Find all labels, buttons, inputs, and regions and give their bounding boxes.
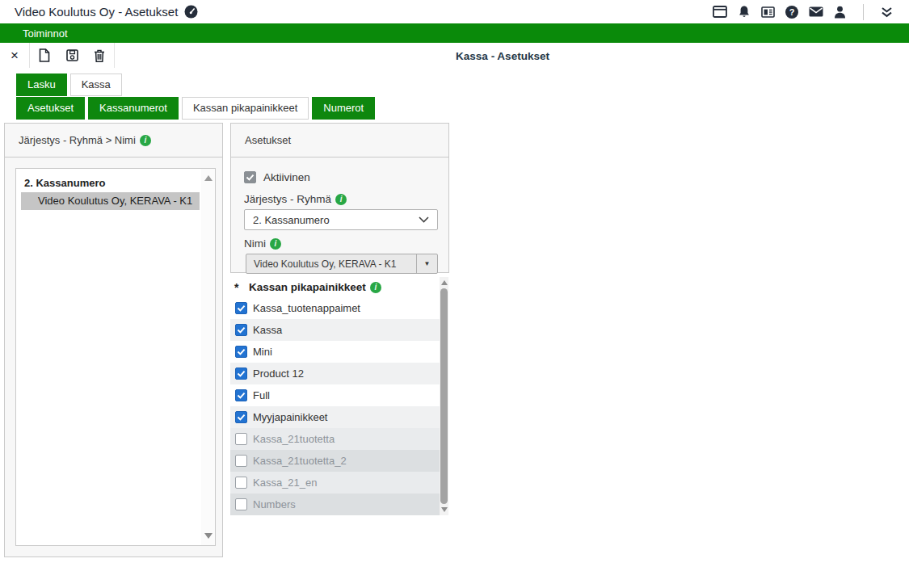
quick-button-row[interactable]: Kassa_21tuotetta <box>230 428 440 450</box>
menu-toiminnot[interactable]: Toiminnot <box>23 27 68 40</box>
group-select-label: Järjestys - Ryhmä <box>244 193 331 205</box>
name-combo-label: Nimi <box>244 237 266 250</box>
quick-button-row[interactable]: Kassa_21tuotetta_2 <box>230 450 440 472</box>
topbar-divider <box>863 4 864 20</box>
quick-button-row[interactable]: Mini <box>230 341 440 363</box>
row-label: Numbers <box>253 498 296 510</box>
name-combo[interactable]: Video Koulutus Oy, KERAVA - K1 ▼ <box>246 254 438 274</box>
tab-asetukset[interactable]: Asetukset <box>16 97 85 120</box>
row-checkbox[interactable] <box>235 411 247 423</box>
row-label: Kassa_21_en <box>253 477 318 489</box>
group-tree-header-label: Järjestys - Ryhmä > Nimi <box>19 134 136 146</box>
group-tree-panel: Järjestys - Ryhmä > Nimi i 2. Kassanumer… <box>4 123 223 557</box>
tab-kassanumerot[interactable]: Kassanumerot <box>88 97 179 120</box>
name-combo-label-row: Nimi i <box>244 237 438 250</box>
quick-button-row[interactable]: Myyjapainikkeet <box>230 406 440 428</box>
row-checkbox[interactable] <box>235 455 247 467</box>
active-checkbox-label: Aktiivinen <box>263 171 310 183</box>
quick-buttons-list: * Kassan pikapainikkeet i Kassa_tuotenap… <box>230 277 448 515</box>
user-icon[interactable] <box>834 6 846 19</box>
row-label: Kassa_21tuotetta <box>253 433 335 445</box>
row-checkbox[interactable] <box>235 498 247 510</box>
scroll-down-icon[interactable] <box>441 507 448 512</box>
new-document-icon[interactable] <box>36 46 53 65</box>
tree-group-header: 2. Kassanumero <box>16 169 215 189</box>
info-icon[interactable]: i <box>270 238 281 250</box>
gauge-icon <box>184 5 198 19</box>
secondary-tabs: Asetukset Kassanumerot Kassan pikapainik… <box>16 97 909 120</box>
tab-kassa[interactable]: Kassa <box>70 74 122 96</box>
delete-icon[interactable] <box>91 46 107 65</box>
row-label: Full <box>253 389 270 401</box>
quick-button-row[interactable]: Kassa_21_en <box>230 472 440 494</box>
group-select[interactable]: 2. Kassanumero <box>244 209 438 230</box>
topbar: Video Koulutus Oy - Asetukset ? <box>0 0 909 23</box>
tree-scrollbar <box>201 169 215 545</box>
group-tree-header: Järjestys - Ryhmä > Nimi i <box>5 124 222 158</box>
row-checkbox[interactable] <box>235 302 247 314</box>
row-checkbox[interactable] <box>235 433 247 445</box>
scrollbar-thumb[interactable] <box>440 288 448 504</box>
primary-tabs: Lasku Kassa <box>16 74 909 96</box>
mail-icon[interactable] <box>809 6 823 17</box>
required-marker: * <box>230 281 249 294</box>
row-checkbox[interactable] <box>235 368 247 380</box>
info-icon[interactable]: i <box>140 135 151 146</box>
quick-buttons-header: * Kassan pikapainikkeet i <box>230 277 440 297</box>
save-icon[interactable] <box>64 46 80 65</box>
right-column: Asetukset Aktiivinen Järjestys - Ryhmä i… <box>230 123 449 557</box>
toolbar-group-close: × <box>0 43 30 68</box>
quick-button-row[interactable]: Kassa <box>230 319 440 341</box>
quick-button-row[interactable]: Kassa_tuotenappaimet <box>230 297 440 319</box>
tab-kassan-pikapainikkeet[interactable]: Kassan pikapainikkeet <box>182 97 309 120</box>
scroll-up-icon[interactable] <box>204 175 213 181</box>
tab-numerot[interactable]: Numerot <box>312 97 375 120</box>
quick-buttons-title: Kassan pikapainikkeet <box>249 281 366 293</box>
row-label: Kassa_21tuotetta_2 <box>253 455 347 467</box>
window-title: Video Koulutus Oy - Asetukset <box>15 5 178 19</box>
group-select-value: 2. Kassanumero <box>253 214 330 226</box>
scroll-down-icon[interactable] <box>204 533 213 539</box>
row-checkbox[interactable] <box>235 324 247 336</box>
active-checkbox[interactable] <box>244 171 256 183</box>
row-label: Myyjapainikkeet <box>253 411 328 423</box>
dropdown-arrow-icon[interactable]: ▼ <box>416 254 437 273</box>
window-icon[interactable] <box>713 6 727 18</box>
scroll-up-icon[interactable] <box>441 280 448 285</box>
row-label: Kassa <box>253 324 282 336</box>
page-title: Kassa - Asetukset <box>456 49 549 61</box>
newspaper-icon[interactable] <box>761 6 775 18</box>
group-tree-list: 2. Kassanumero Video Koulutus Oy, KERAVA… <box>15 168 216 546</box>
group-select-label-row: Järjestys - Ryhmä i <box>244 193 438 205</box>
quick-list-scrollbar[interactable] <box>440 277 448 515</box>
chevron-double-down-icon[interactable] <box>881 6 893 18</box>
toolbar-group-record <box>30 43 115 68</box>
row-label: Mini <box>253 346 272 358</box>
tab-lasku[interactable]: Lasku <box>16 74 67 96</box>
info-icon[interactable]: i <box>370 282 381 293</box>
row-label: Product 12 <box>253 368 304 380</box>
main-content: Järjestys - Ryhmä > Nimi i 2. Kassanumer… <box>4 123 909 557</box>
row-label: Kassa_tuotenappaimet <box>253 302 360 314</box>
menubar: Toiminnot <box>0 23 909 43</box>
settings-panel: Asetukset Aktiivinen Järjestys - Ryhmä i… <box>230 123 449 273</box>
chevron-down-icon <box>419 216 429 223</box>
settings-header: Asetukset <box>231 124 448 158</box>
topbar-actions: ? <box>713 4 893 20</box>
close-icon[interactable]: × <box>6 46 23 65</box>
toolbar: × Kassa - Asetukset <box>0 43 909 68</box>
bell-icon[interactable] <box>738 5 751 19</box>
quick-button-row[interactable]: Full <box>230 384 440 406</box>
settings-body: Aktiivinen Järjestys - Ryhmä i 2. Kassan… <box>231 158 448 274</box>
help-icon[interactable]: ? <box>785 6 798 19</box>
quick-button-row[interactable]: Product 12 <box>230 363 440 384</box>
quick-button-row[interactable]: Numbers <box>230 494 440 515</box>
row-checkbox[interactable] <box>235 477 247 489</box>
name-combo-value: Video Koulutus Oy, KERAVA - K1 <box>246 254 416 273</box>
tree-item-selected[interactable]: Video Koulutus Oy, KERAVA - K1 <box>21 192 200 210</box>
info-icon[interactable]: i <box>335 194 347 205</box>
row-checkbox[interactable] <box>235 346 247 358</box>
active-check-row: Aktiivinen <box>244 171 438 183</box>
row-checkbox[interactable] <box>235 389 247 401</box>
